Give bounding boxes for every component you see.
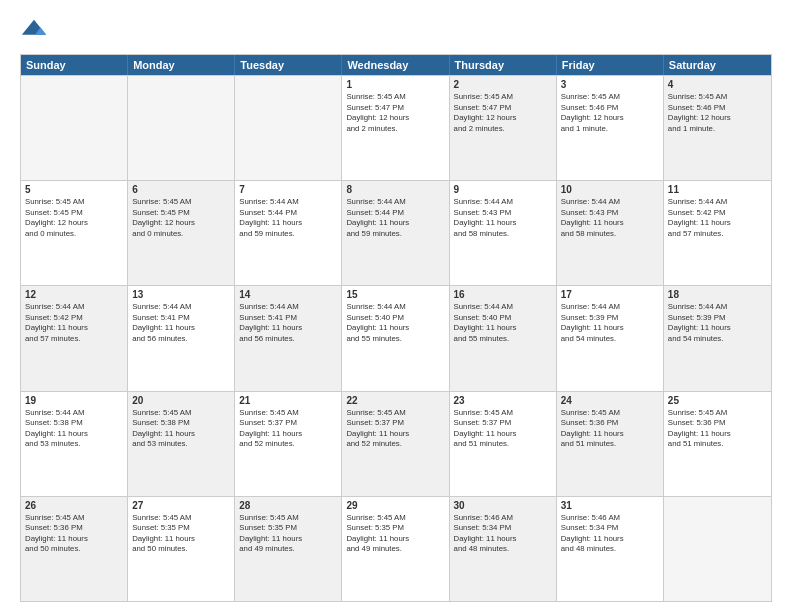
day-number: 2 <box>454 79 552 90</box>
calendar-day-3: 3Sunrise: 5:45 AM Sunset: 5:46 PM Daylig… <box>557 76 664 180</box>
calendar-day-30: 30Sunrise: 5:46 AM Sunset: 5:34 PM Dayli… <box>450 497 557 601</box>
calendar-day-5: 5Sunrise: 5:45 AM Sunset: 5:45 PM Daylig… <box>21 181 128 285</box>
calendar-day-10: 10Sunrise: 5:44 AM Sunset: 5:43 PM Dayli… <box>557 181 664 285</box>
day-info: Sunrise: 5:45 AM Sunset: 5:36 PM Dayligh… <box>668 408 767 450</box>
day-info: Sunrise: 5:44 AM Sunset: 5:42 PM Dayligh… <box>25 302 123 344</box>
day-info: Sunrise: 5:45 AM Sunset: 5:35 PM Dayligh… <box>132 513 230 555</box>
day-info: Sunrise: 5:45 AM Sunset: 5:35 PM Dayligh… <box>239 513 337 555</box>
day-info: Sunrise: 5:44 AM Sunset: 5:41 PM Dayligh… <box>239 302 337 344</box>
calendar-day-29: 29Sunrise: 5:45 AM Sunset: 5:35 PM Dayli… <box>342 497 449 601</box>
header-day-monday: Monday <box>128 55 235 75</box>
day-info: Sunrise: 5:44 AM Sunset: 5:39 PM Dayligh… <box>561 302 659 344</box>
day-number: 20 <box>132 395 230 406</box>
day-info: Sunrise: 5:44 AM Sunset: 5:39 PM Dayligh… <box>668 302 767 344</box>
day-info: Sunrise: 5:44 AM Sunset: 5:44 PM Dayligh… <box>346 197 444 239</box>
calendar-header: SundayMondayTuesdayWednesdayThursdayFrid… <box>21 55 771 75</box>
header-day-friday: Friday <box>557 55 664 75</box>
page: SundayMondayTuesdayWednesdayThursdayFrid… <box>0 0 792 612</box>
day-info: Sunrise: 5:44 AM Sunset: 5:38 PM Dayligh… <box>25 408 123 450</box>
day-info: Sunrise: 5:45 AM Sunset: 5:45 PM Dayligh… <box>25 197 123 239</box>
day-info: Sunrise: 5:44 AM Sunset: 5:43 PM Dayligh… <box>561 197 659 239</box>
calendar-day-15: 15Sunrise: 5:44 AM Sunset: 5:40 PM Dayli… <box>342 286 449 390</box>
day-number: 6 <box>132 184 230 195</box>
day-info: Sunrise: 5:45 AM Sunset: 5:36 PM Dayligh… <box>561 408 659 450</box>
calendar-day-31: 31Sunrise: 5:46 AM Sunset: 5:34 PM Dayli… <box>557 497 664 601</box>
calendar-row-4: 26Sunrise: 5:45 AM Sunset: 5:36 PM Dayli… <box>21 496 771 601</box>
day-number: 11 <box>668 184 767 195</box>
calendar-row-3: 19Sunrise: 5:44 AM Sunset: 5:38 PM Dayli… <box>21 391 771 496</box>
day-info: Sunrise: 5:44 AM Sunset: 5:40 PM Dayligh… <box>346 302 444 344</box>
day-number: 30 <box>454 500 552 511</box>
calendar-day-2: 2Sunrise: 5:45 AM Sunset: 5:47 PM Daylig… <box>450 76 557 180</box>
calendar-day-26: 26Sunrise: 5:45 AM Sunset: 5:36 PM Dayli… <box>21 497 128 601</box>
calendar: SundayMondayTuesdayWednesdayThursdayFrid… <box>20 54 772 602</box>
calendar-day-13: 13Sunrise: 5:44 AM Sunset: 5:41 PM Dayli… <box>128 286 235 390</box>
day-number: 4 <box>668 79 767 90</box>
day-info: Sunrise: 5:45 AM Sunset: 5:37 PM Dayligh… <box>239 408 337 450</box>
header-day-thursday: Thursday <box>450 55 557 75</box>
day-info: Sunrise: 5:44 AM Sunset: 5:40 PM Dayligh… <box>454 302 552 344</box>
day-number: 21 <box>239 395 337 406</box>
calendar-day-9: 9Sunrise: 5:44 AM Sunset: 5:43 PM Daylig… <box>450 181 557 285</box>
calendar-day-16: 16Sunrise: 5:44 AM Sunset: 5:40 PM Dayli… <box>450 286 557 390</box>
calendar-day-12: 12Sunrise: 5:44 AM Sunset: 5:42 PM Dayli… <box>21 286 128 390</box>
header-day-tuesday: Tuesday <box>235 55 342 75</box>
logo <box>20 18 52 46</box>
day-number: 27 <box>132 500 230 511</box>
header-day-saturday: Saturday <box>664 55 771 75</box>
day-info: Sunrise: 5:45 AM Sunset: 5:35 PM Dayligh… <box>346 513 444 555</box>
header-day-wednesday: Wednesday <box>342 55 449 75</box>
day-info: Sunrise: 5:45 AM Sunset: 5:46 PM Dayligh… <box>668 92 767 134</box>
day-info: Sunrise: 5:44 AM Sunset: 5:44 PM Dayligh… <box>239 197 337 239</box>
calendar-day-27: 27Sunrise: 5:45 AM Sunset: 5:35 PM Dayli… <box>128 497 235 601</box>
day-info: Sunrise: 5:45 AM Sunset: 5:36 PM Dayligh… <box>25 513 123 555</box>
day-number: 17 <box>561 289 659 300</box>
calendar-day-25: 25Sunrise: 5:45 AM Sunset: 5:36 PM Dayli… <box>664 392 771 496</box>
day-number: 15 <box>346 289 444 300</box>
day-number: 18 <box>668 289 767 300</box>
calendar-day-1: 1Sunrise: 5:45 AM Sunset: 5:47 PM Daylig… <box>342 76 449 180</box>
calendar-empty-cell <box>21 76 128 180</box>
day-info: Sunrise: 5:46 AM Sunset: 5:34 PM Dayligh… <box>561 513 659 555</box>
calendar-day-4: 4Sunrise: 5:45 AM Sunset: 5:46 PM Daylig… <box>664 76 771 180</box>
calendar-empty-cell <box>235 76 342 180</box>
day-info: Sunrise: 5:45 AM Sunset: 5:46 PM Dayligh… <box>561 92 659 134</box>
day-number: 12 <box>25 289 123 300</box>
calendar-day-19: 19Sunrise: 5:44 AM Sunset: 5:38 PM Dayli… <box>21 392 128 496</box>
day-number: 28 <box>239 500 337 511</box>
day-number: 1 <box>346 79 444 90</box>
day-info: Sunrise: 5:45 AM Sunset: 5:37 PM Dayligh… <box>454 408 552 450</box>
logo-icon <box>20 18 48 46</box>
day-number: 26 <box>25 500 123 511</box>
day-number: 23 <box>454 395 552 406</box>
day-info: Sunrise: 5:45 AM Sunset: 5:38 PM Dayligh… <box>132 408 230 450</box>
calendar-row-2: 12Sunrise: 5:44 AM Sunset: 5:42 PM Dayli… <box>21 285 771 390</box>
calendar-day-18: 18Sunrise: 5:44 AM Sunset: 5:39 PM Dayli… <box>664 286 771 390</box>
day-number: 31 <box>561 500 659 511</box>
day-number: 24 <box>561 395 659 406</box>
day-number: 13 <box>132 289 230 300</box>
day-info: Sunrise: 5:44 AM Sunset: 5:43 PM Dayligh… <box>454 197 552 239</box>
calendar-day-6: 6Sunrise: 5:45 AM Sunset: 5:45 PM Daylig… <box>128 181 235 285</box>
calendar-empty-cell <box>128 76 235 180</box>
day-number: 25 <box>668 395 767 406</box>
day-number: 5 <box>25 184 123 195</box>
header-day-sunday: Sunday <box>21 55 128 75</box>
calendar-row-1: 5Sunrise: 5:45 AM Sunset: 5:45 PM Daylig… <box>21 180 771 285</box>
calendar-day-14: 14Sunrise: 5:44 AM Sunset: 5:41 PM Dayli… <box>235 286 342 390</box>
calendar-day-20: 20Sunrise: 5:45 AM Sunset: 5:38 PM Dayli… <box>128 392 235 496</box>
day-info: Sunrise: 5:44 AM Sunset: 5:42 PM Dayligh… <box>668 197 767 239</box>
day-info: Sunrise: 5:45 AM Sunset: 5:47 PM Dayligh… <box>346 92 444 134</box>
day-number: 16 <box>454 289 552 300</box>
calendar-day-7: 7Sunrise: 5:44 AM Sunset: 5:44 PM Daylig… <box>235 181 342 285</box>
calendar-day-17: 17Sunrise: 5:44 AM Sunset: 5:39 PM Dayli… <box>557 286 664 390</box>
day-info: Sunrise: 5:45 AM Sunset: 5:37 PM Dayligh… <box>346 408 444 450</box>
header <box>20 18 772 46</box>
day-info: Sunrise: 5:45 AM Sunset: 5:45 PM Dayligh… <box>132 197 230 239</box>
calendar-day-23: 23Sunrise: 5:45 AM Sunset: 5:37 PM Dayli… <box>450 392 557 496</box>
day-number: 3 <box>561 79 659 90</box>
day-number: 19 <box>25 395 123 406</box>
calendar-day-24: 24Sunrise: 5:45 AM Sunset: 5:36 PM Dayli… <box>557 392 664 496</box>
day-info: Sunrise: 5:45 AM Sunset: 5:47 PM Dayligh… <box>454 92 552 134</box>
calendar-row-0: 1Sunrise: 5:45 AM Sunset: 5:47 PM Daylig… <box>21 75 771 180</box>
